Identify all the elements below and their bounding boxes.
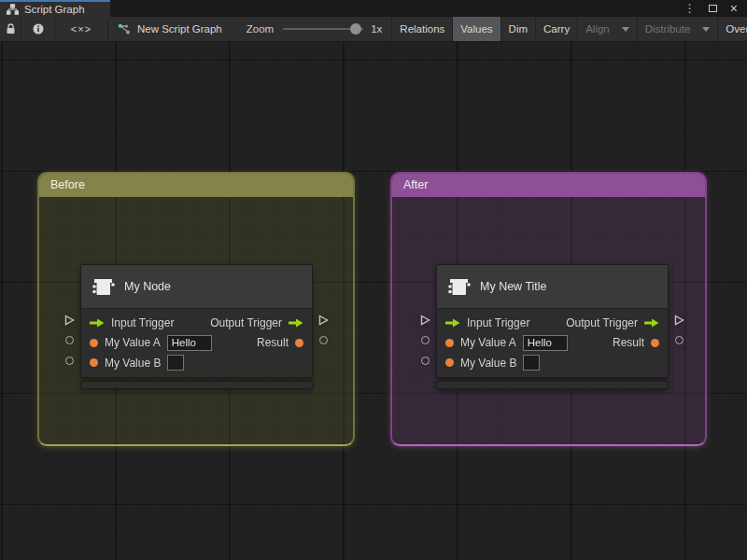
maximize-icon[interactable] bbox=[709, 5, 717, 12]
node-footer bbox=[436, 381, 669, 389]
flow-in-port-icon[interactable] bbox=[90, 318, 105, 328]
output-trigger-label: Output Trigger bbox=[210, 316, 282, 329]
code-icon: <×> bbox=[71, 23, 92, 35]
dim-button[interactable]: Dim bbox=[501, 17, 536, 41]
input-trigger-label: Input Trigger bbox=[467, 316, 529, 329]
align-caret-icon bbox=[622, 27, 629, 32]
zoom-control: Zoom 1x bbox=[247, 17, 383, 41]
values-label: Values bbox=[453, 17, 500, 41]
outer-flow-out-port[interactable] bbox=[318, 315, 329, 326]
zoom-slider-knob[interactable] bbox=[350, 23, 361, 35]
flow-in-port-icon[interactable] bbox=[445, 318, 460, 328]
outer-flow-in-port[interactable] bbox=[64, 315, 75, 326]
node-my-new-title[interactable]: My New Title Input Trigger Output Trigge… bbox=[436, 264, 669, 389]
outer-value-a-port[interactable] bbox=[421, 336, 430, 344]
distribute-label: Distribute bbox=[638, 23, 698, 35]
distribute-caret-icon bbox=[702, 27, 710, 32]
value-a-label: My Value A bbox=[460, 336, 516, 349]
align-dropdown[interactable]: Align bbox=[578, 17, 638, 41]
input-trigger-label: Input Trigger bbox=[111, 316, 174, 329]
output-trigger-label: Output Trigger bbox=[566, 316, 638, 329]
zoom-value: 1x bbox=[371, 23, 382, 35]
toolbar: <×> New Script Graph Zoom 1x Relations V… bbox=[0, 17, 747, 42]
value-a-input[interactable] bbox=[167, 335, 212, 351]
script-graph-icon bbox=[118, 23, 132, 35]
lock-icon bbox=[6, 23, 16, 35]
tab-title: Script Graph bbox=[24, 4, 85, 15]
node-footer bbox=[80, 381, 313, 389]
outer-value-b-port[interactable] bbox=[65, 357, 74, 365]
info-button[interactable] bbox=[21, 17, 55, 41]
graph-canvas[interactable]: Before After My Node bbox=[0, 42, 747, 560]
lock-button[interactable] bbox=[0, 17, 21, 41]
zoom-slider[interactable] bbox=[283, 28, 363, 30]
window-controls: ⋮ × bbox=[684, 0, 747, 17]
value-b-label: My Value B bbox=[105, 357, 161, 370]
result-port-icon[interactable] bbox=[295, 339, 303, 347]
result-label: Result bbox=[613, 336, 644, 349]
zoom-label: Zoom bbox=[247, 23, 274, 35]
relations-label: Relations bbox=[392, 23, 452, 35]
outer-value-b-port[interactable] bbox=[421, 357, 430, 365]
node-my-new-title-header[interactable]: My New Title bbox=[437, 265, 668, 308]
value-b-port-icon[interactable] bbox=[90, 358, 98, 367]
code-view-button[interactable]: <×> bbox=[55, 17, 108, 41]
outer-value-a-port[interactable] bbox=[65, 336, 74, 344]
graph-title-button[interactable]: New Script Graph bbox=[108, 17, 233, 41]
carry-button[interactable]: Carry bbox=[536, 17, 578, 41]
value-a-input[interactable] bbox=[523, 335, 568, 351]
result-label: Result bbox=[257, 336, 289, 349]
group-after-header[interactable]: After bbox=[392, 174, 705, 197]
value-b-input[interactable] bbox=[523, 355, 540, 371]
menu-icon[interactable]: ⋮ bbox=[684, 3, 696, 14]
group-before-header[interactable]: Before bbox=[39, 174, 353, 197]
value-a-label: My Value A bbox=[105, 336, 161, 349]
dim-label: Dim bbox=[501, 23, 535, 35]
info-icon bbox=[33, 23, 44, 35]
relations-button[interactable]: Relations bbox=[391, 17, 453, 41]
group-after-title: After bbox=[403, 178, 428, 191]
overview-button[interactable]: Overview bbox=[718, 17, 747, 41]
tab-strip: Script Graph ⋮ × bbox=[0, 0, 747, 17]
flow-out-port-icon[interactable] bbox=[644, 318, 659, 328]
outer-flow-in-port[interactable] bbox=[420, 315, 430, 326]
outer-flow-out-port[interactable] bbox=[674, 315, 684, 326]
result-port-icon[interactable] bbox=[651, 339, 659, 347]
outer-result-port[interactable] bbox=[319, 336, 328, 344]
node-title: My New Title bbox=[480, 280, 547, 293]
distribute-dropdown[interactable]: Distribute bbox=[638, 17, 719, 41]
node-my-node[interactable]: My Node Input Trigger Output Trigger bbox=[80, 264, 313, 389]
group-before-title: Before bbox=[50, 178, 85, 191]
node-my-node-header[interactable]: My Node bbox=[81, 265, 312, 308]
graph-name-label: New Script Graph bbox=[137, 23, 222, 35]
flow-out-port-icon[interactable] bbox=[289, 318, 303, 328]
values-button[interactable]: Values bbox=[453, 17, 500, 41]
value-b-label: My Value B bbox=[460, 357, 516, 370]
graph-tab-icon bbox=[7, 4, 19, 15]
carry-label: Carry bbox=[536, 23, 577, 35]
overview-label: Overview bbox=[718, 23, 747, 35]
node-my-node-body: Input Trigger Output Trigger My Valu bbox=[81, 308, 312, 377]
tab-script-graph[interactable]: Script Graph bbox=[0, 0, 110, 17]
align-label: Align bbox=[578, 23, 617, 35]
unit-icon bbox=[91, 274, 115, 299]
value-a-port-icon[interactable] bbox=[90, 339, 98, 347]
value-b-port-icon[interactable] bbox=[445, 358, 454, 367]
script-graph-window: Script Graph ⋮ × <×> bbox=[0, 0, 747, 560]
unit-icon bbox=[446, 274, 471, 299]
outer-result-port[interactable] bbox=[675, 336, 684, 344]
close-icon[interactable]: × bbox=[730, 2, 738, 15]
value-a-port-icon[interactable] bbox=[445, 339, 454, 347]
node-title: My Node bbox=[124, 280, 171, 293]
node-my-new-title-body: Input Trigger Output Trigger My Valu bbox=[437, 308, 668, 377]
value-b-input[interactable] bbox=[167, 355, 184, 371]
